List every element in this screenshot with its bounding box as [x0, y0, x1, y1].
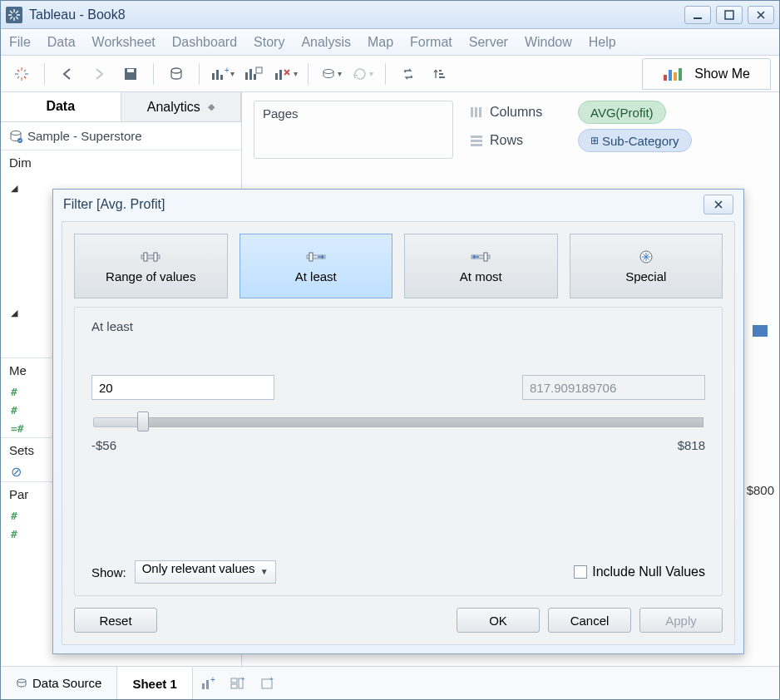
columns-pill[interactable]: AVG(Profit) — [578, 101, 666, 124]
atmost-icon — [471, 249, 491, 264]
dialog-title: Filter [Avg. Profit] — [63, 197, 165, 212]
menu-window[interactable]: Window — [525, 35, 572, 50]
dialog-close-button[interactable] — [703, 195, 733, 214]
svg-point-5 — [171, 68, 181, 73]
svg-text:+: + — [225, 67, 229, 75]
new-story-icon[interactable]: + — [253, 677, 283, 690]
ok-button[interactable]: OK — [457, 608, 540, 633]
filter-dialog: Filter [Avg. Profit] Range of values At … — [52, 189, 744, 654]
svg-rect-19 — [439, 76, 445, 78]
tab-data[interactable]: Data — [1, 92, 121, 121]
menu-dashboard[interactable]: Dashboard — [172, 35, 237, 50]
min-value-input[interactable] — [91, 375, 274, 400]
atleast-icon — [306, 249, 326, 264]
mode-at-most[interactable]: At most — [404, 234, 558, 298]
mode-range-of-values[interactable]: Range of values — [74, 234, 228, 298]
svg-text:+: + — [269, 677, 274, 683]
svg-rect-12 — [254, 74, 256, 80]
svg-point-32 — [17, 679, 26, 683]
close-button[interactable] — [748, 6, 774, 24]
menubar: File Data Worksheet Dashboard Story Anal… — [1, 29, 779, 56]
sheet-tab[interactable]: Sheet 1 — [117, 667, 192, 699]
svg-rect-27 — [475, 107, 477, 117]
datasource-tab[interactable]: Data Source — [1, 667, 117, 699]
mode-at-least[interactable]: At least — [239, 234, 393, 298]
maximize-button[interactable] — [716, 6, 743, 24]
swap-button[interactable] — [396, 62, 421, 86]
menu-story[interactable]: Story — [254, 35, 284, 50]
mode-special[interactable]: Special — [570, 234, 723, 298]
run-button[interactable]: ▾ — [350, 62, 375, 86]
special-icon — [636, 249, 656, 264]
svg-rect-18 — [439, 73, 443, 75]
rows-pill[interactable]: ⊞Sub-Category — [578, 129, 692, 152]
include-null-label: Include Null Values — [592, 564, 705, 579]
svg-rect-6 — [212, 73, 215, 80]
menu-server[interactable]: Server — [469, 35, 508, 50]
svg-rect-17 — [439, 70, 442, 71]
new-worksheet-icon[interactable]: + — [193, 677, 223, 690]
reset-button[interactable]: Reset — [74, 608, 157, 633]
show-me-button[interactable]: Show Me — [642, 58, 771, 90]
svg-rect-11 — [249, 69, 252, 80]
svg-rect-4 — [127, 69, 134, 72]
save-button[interactable] — [118, 62, 143, 86]
forward-button[interactable] — [86, 62, 111, 86]
back-button[interactable] — [55, 62, 80, 86]
menu-file[interactable]: File — [9, 35, 31, 50]
svg-rect-20 — [664, 75, 667, 81]
show-dropdown[interactable]: Only relevant values — [135, 560, 276, 584]
menu-data[interactable]: Data — [47, 35, 76, 50]
max-value-display — [522, 375, 705, 400]
autoupdate-button[interactable]: ▾ — [318, 62, 343, 86]
rows-icon — [470, 135, 483, 146]
svg-rect-2 — [725, 11, 733, 19]
range-icon — [141, 249, 160, 264]
clear-sheet-button[interactable]: ▾ — [273, 62, 298, 86]
svg-rect-37 — [231, 684, 237, 688]
dimensions-header: Dim — [1, 150, 241, 175]
pages-shelf[interactable]: Pages — [254, 101, 453, 159]
menu-map[interactable]: Map — [368, 35, 393, 50]
close-icon — [713, 200, 723, 210]
svg-text:+: + — [210, 677, 215, 684]
datasource-button[interactable] — [164, 62, 189, 86]
menu-analysis[interactable]: Analysis — [301, 35, 351, 50]
slider-handle[interactable] — [137, 412, 149, 431]
svg-rect-46 — [309, 253, 313, 261]
sort-asc-button[interactable] — [427, 62, 452, 86]
datasource-tab-icon — [16, 678, 27, 689]
menu-help[interactable]: Help — [589, 35, 616, 50]
include-null-checkbox[interactable] — [574, 565, 587, 579]
menu-format[interactable]: Format — [410, 35, 452, 50]
toolbar: +▾ ▾ ▾ ▾ Show Me — [1, 56, 779, 92]
cancel-button[interactable]: Cancel — [548, 608, 631, 633]
chart-mark — [753, 325, 768, 337]
svg-rect-43 — [144, 253, 147, 261]
columns-shelf-label: Columns — [470, 105, 578, 120]
minimize-button[interactable] — [684, 6, 711, 24]
showme-icon — [663, 67, 686, 81]
tab-analytics[interactable]: Analytics ◆ — [121, 92, 242, 121]
tableau-logo-icon — [6, 7, 22, 23]
svg-rect-29 — [471, 136, 482, 138]
svg-rect-21 — [669, 70, 672, 81]
datasource-label: Sample - Superstore — [27, 129, 142, 143]
apply-button[interactable]: Apply — [639, 608, 723, 633]
menu-worksheet[interactable]: Worksheet — [92, 35, 156, 50]
new-worksheet-button[interactable]: +▾ — [210, 62, 234, 86]
svg-rect-14 — [275, 73, 278, 80]
axis-tick: $800 — [747, 483, 774, 497]
show-label: Show: — [91, 565, 126, 579]
svg-rect-8 — [220, 75, 223, 80]
new-dashboard-icon[interactable]: + — [223, 677, 253, 690]
duplicate-sheet-button[interactable] — [241, 62, 266, 86]
svg-point-16 — [323, 69, 333, 73]
show-me-label: Show Me — [694, 67, 750, 81]
svg-rect-13 — [256, 67, 262, 73]
range-slider[interactable] — [93, 412, 703, 433]
tableau-icon[interactable] — [9, 62, 34, 86]
datasource-item[interactable]: Sample - Superstore — [1, 122, 241, 150]
rows-shelf-label: Rows — [470, 133, 578, 148]
svg-rect-22 — [674, 72, 677, 81]
